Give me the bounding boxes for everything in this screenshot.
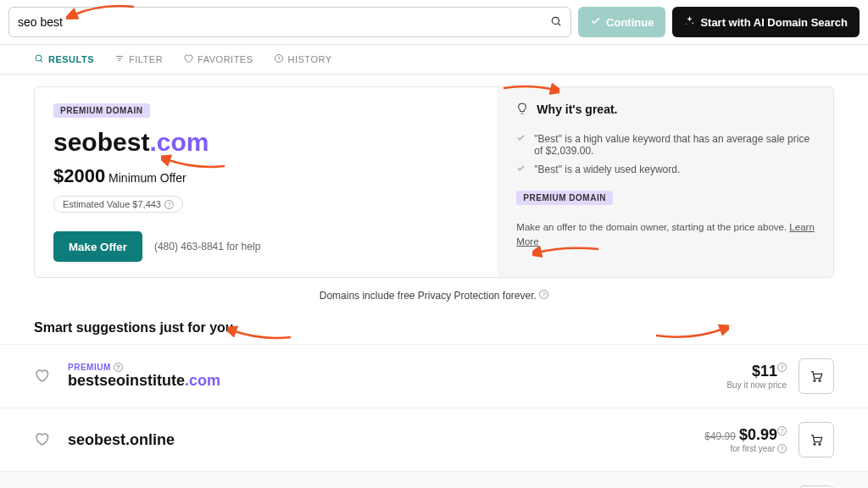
history-icon (274, 53, 284, 65)
continue-button[interactable]: Continue (578, 7, 665, 37)
sparkle-icon (684, 15, 695, 29)
heart-icon (183, 53, 193, 65)
tab-results[interactable]: RESULTS (34, 53, 94, 65)
svg-point-11 (819, 380, 821, 381)
result-domain[interactable]: bestseoinstitute.com (68, 372, 726, 390)
add-to-cart-button[interactable] (798, 422, 834, 458)
search-icon[interactable] (550, 15, 562, 30)
check-icon (516, 133, 526, 145)
offer-price-row: $2000 Minimum Offer (53, 165, 479, 187)
result-price: $0.99 (739, 426, 777, 443)
great-point-2: "Best" is a widely used keyword. (534, 164, 680, 175)
domain-tld: .com (149, 128, 209, 156)
premium-description: Make an offer to the domain owner, start… (516, 222, 787, 232)
premium-badge-right: PREMIUM DOMAIN (516, 191, 613, 205)
bulb-icon (516, 103, 528, 117)
ai-label: Start with AI Domain Search (700, 16, 848, 29)
price-sublabel: for first year ? (704, 444, 787, 453)
svg-point-2 (693, 22, 694, 24)
tab-results-label: RESULTS (48, 54, 94, 64)
add-to-cart-button[interactable] (798, 358, 834, 394)
offer-price: $2000 (53, 165, 105, 186)
make-offer-button[interactable]: Make Offer (53, 231, 142, 262)
info-icon: ? (164, 200, 174, 209)
favorite-toggle[interactable] (34, 431, 49, 449)
tab-filter-label: FILTER (129, 54, 163, 64)
estimated-value-pill[interactable]: Estimated Value $7,443 ? (53, 196, 183, 213)
svg-point-3 (687, 24, 687, 25)
domain-result-row: seobest.online $49.99$0.99? for first ye… (0, 408, 868, 471)
offer-label: Minimum Offer (108, 171, 186, 185)
info-icon[interactable]: ? (777, 444, 787, 453)
svg-point-10 (814, 380, 815, 381)
info-icon[interactable]: ? (777, 426, 787, 435)
privacy-notice: Domains include free Privacy Protection … (0, 290, 868, 302)
tab-filter[interactable]: FILTER (114, 53, 163, 65)
tab-history[interactable]: HISTORY (274, 53, 332, 65)
result-price: $11 (752, 363, 777, 380)
info-icon[interactable]: ? (777, 363, 787, 372)
check-icon (590, 15, 601, 29)
domain-base: seobest (53, 128, 149, 156)
svg-point-4 (36, 55, 42, 61)
old-price: $49.99 (704, 430, 736, 442)
tab-history-label: HISTORY (288, 54, 332, 64)
svg-line-1 (558, 23, 560, 25)
price-sublabel: Buy it now price (726, 380, 787, 390)
tab-favorites-label: FAVORITES (198, 54, 253, 64)
result-tag: PREMIUM ? (68, 363, 726, 372)
result-domain[interactable]: seobest.online (68, 431, 704, 449)
premium-badge: PREMIUM DOMAIN (53, 103, 150, 118)
svg-point-13 (819, 443, 821, 445)
estimated-value-label: Estimated Value $7,443 (63, 199, 161, 209)
ai-search-button[interactable]: Start with AI Domain Search (672, 7, 860, 37)
filter-icon (114, 53, 125, 65)
tab-favorites[interactable]: FAVORITES (183, 53, 253, 65)
search-icon (34, 53, 44, 65)
svg-point-12 (814, 443, 815, 445)
search-box[interactable] (8, 7, 571, 37)
check-icon (516, 164, 526, 175)
info-icon[interactable]: ? (114, 363, 123, 372)
search-input[interactable] (18, 15, 550, 29)
why-great-title: Why it's great. (537, 103, 617, 116)
svg-point-0 (552, 17, 559, 24)
suggestions-heading: Smart suggestions just for you (34, 320, 834, 336)
domain-title: seobest.com (53, 128, 479, 157)
favorite-toggle[interactable] (34, 368, 49, 385)
info-icon[interactable]: ? (539, 290, 548, 299)
domain-result-row: PROMOTED seobest.shop $47.99$1.49? for f… (0, 471, 868, 488)
domain-result-row: PREMIUM ? bestseoinstitute.com $11? Buy … (0, 344, 868, 408)
svg-line-5 (41, 60, 43, 63)
continue-label: Continue (606, 16, 654, 29)
great-point-1: "Best" is a high value keyword that has … (534, 133, 815, 157)
help-phone: (480) 463-8841 for help (154, 241, 260, 252)
